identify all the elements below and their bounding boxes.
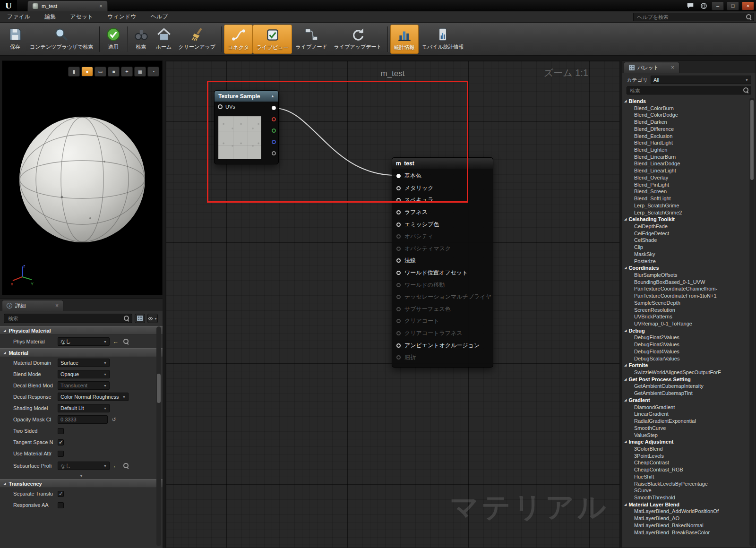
palette-list-item[interactable]: HueShift — [624, 473, 748, 480]
palette-list-item[interactable]: Clip — [624, 244, 748, 251]
section-translucency[interactable]: Translucency — [0, 479, 163, 488]
palette-list-item[interactable]: CheapContrast — [624, 459, 748, 466]
material-input-pin-row[interactable]: オパシティマスク — [392, 243, 493, 255]
palette-list-item[interactable]: Blend_Exclusion — [624, 133, 748, 140]
tab-palette[interactable]: パレット — [624, 62, 679, 73]
palette-list-item[interactable]: DebugFloat4Values — [624, 348, 748, 355]
texture-sample-node[interactable]: Texture Sample UVs — [214, 90, 279, 164]
material-input-pin[interactable] — [396, 234, 401, 239]
material-input-pin[interactable] — [396, 271, 401, 275]
palette-list-item[interactable]: Blend_LinearBurn — [624, 154, 748, 161]
material-input-pin-row[interactable]: ワールドの移動 — [392, 279, 493, 291]
palette-list-item[interactable]: RadialGradientExponential — [624, 418, 748, 425]
material-input-pin-row[interactable]: メタリック — [392, 182, 493, 195]
material-input-pin[interactable] — [396, 355, 401, 360]
reset-to-default-icon[interactable] — [110, 415, 118, 424]
material-result-node-header[interactable]: m_test — [392, 158, 493, 169]
shading-model-dropdown[interactable]: Default Lit — [58, 404, 110, 412]
palette-scrollbar[interactable] — [749, 98, 755, 547]
material-input-pin-row[interactable]: アンビエントオクルージョン — [392, 339, 493, 351]
minimize-button[interactable] — [712, 1, 724, 10]
palette-list-item[interactable]: UVBrickPatterns — [624, 313, 748, 320]
material-input-pin-row[interactable]: クリアコートラフネス — [392, 327, 493, 340]
toolbar-button-connectors[interactable]: コネクタ — [224, 25, 253, 54]
menu-window[interactable]: ウィンドウ — [100, 11, 143, 23]
palette-list-item[interactable]: DebugScalarValues — [624, 355, 748, 362]
viewport-toolbar-button[interactable]: ▮ — [68, 67, 80, 77]
palette-scrollbar-thumb[interactable] — [750, 99, 754, 180]
palette-list-item[interactable]: Blend_Overlay — [624, 174, 748, 181]
section-physical-material[interactable]: Physical Material — [0, 326, 163, 335]
palette-list-item[interactable]: RaiseBlackLevelsByPercentage — [624, 480, 748, 488]
details-scrollbar[interactable] — [156, 326, 161, 546]
viewport-toolbar-button[interactable]: ◔ — [147, 67, 159, 77]
palette-list-item[interactable]: Material Layer Blend — [624, 501, 748, 508]
texture-sample-node-header[interactable]: Texture Sample — [215, 91, 278, 102]
material-input-pin[interactable] — [396, 319, 401, 323]
palette-list-item[interactable]: SampleSceneDepth — [624, 300, 748, 307]
tab-close-icon[interactable] — [99, 3, 103, 9]
palette-list-item[interactable]: Blend_LinearDodge — [624, 160, 748, 167]
palette-list-item[interactable]: PanTextureCoordinateFrom-1toN+1 — [624, 292, 748, 300]
phys-material-dropdown[interactable]: なし — [58, 337, 110, 346]
palette-list-item[interactable]: 3ColorBlend — [624, 445, 748, 453]
palette-list-item[interactable]: Coordinates — [624, 265, 748, 272]
separate-translucency-checkbox[interactable] — [58, 491, 64, 497]
material-input-pin[interactable] — [396, 343, 401, 348]
material-input-pin-row[interactable]: オパシティ — [392, 231, 493, 243]
palette-list-item[interactable]: Blend_SoftLight — [624, 195, 748, 202]
material-input-pin-row[interactable]: ワールド位置オフセット — [392, 267, 493, 279]
palette-list-item[interactable]: MatLayerBlend_BreakBaseColor — [624, 529, 748, 536]
palette-list-item[interactable]: Blends — [624, 98, 748, 105]
preview-viewport[interactable]: ▮ ● ▭ ■ ✦ ▦ ◔ z Y x — [2, 60, 163, 295]
palette-list-item[interactable]: MaskSky — [624, 251, 748, 258]
palette-list-item[interactable]: LinearGradient — [624, 411, 748, 418]
palette-list-item[interactable]: MatLayerBlend_BakedNormal — [624, 522, 748, 529]
material-input-pin[interactable] — [396, 295, 401, 299]
material-input-pin-row[interactable]: スペキュラ — [392, 194, 493, 206]
advanced-expander[interactable] — [0, 472, 163, 479]
toolbar-button-home[interactable]: ホーム — [153, 25, 175, 54]
feedback-icon[interactable] — [685, 1, 696, 10]
use-material-attributes-checkbox[interactable] — [58, 451, 64, 457]
viewport-toolbar-button[interactable]: ■ — [108, 67, 120, 77]
palette-list-item[interactable]: DiamondGradient — [624, 404, 748, 411]
material-input-pin-row[interactable]: 屈折 — [392, 351, 493, 364]
palette-list-item[interactable]: MatLayerBlend_AO — [624, 515, 748, 522]
palette-list-item[interactable]: SmoothThreshold — [624, 494, 748, 501]
material-input-pin[interactable] — [396, 186, 401, 190]
tangent-space-normal-checkbox[interactable] — [58, 439, 64, 445]
maximize-button[interactable] — [727, 1, 739, 10]
details-search-input[interactable] — [4, 314, 132, 323]
blend-mode-dropdown[interactable]: Opaque — [58, 370, 110, 378]
category-dropdown[interactable]: All — [651, 76, 751, 84]
toolbar-button-search[interactable]: 検索 — [130, 25, 153, 54]
material-input-pin[interactable] — [396, 331, 401, 335]
palette-list-item[interactable]: Fortnite — [624, 362, 748, 369]
palette-list-item[interactable]: Lerp_ScratchGrime — [624, 202, 748, 209]
palette-list-item[interactable]: Celshading Toolkit — [624, 216, 748, 223]
details-tab-close-icon[interactable] — [55, 303, 59, 308]
material-input-pin[interactable] — [396, 198, 401, 202]
palette-tab-close-icon[interactable] — [671, 65, 674, 70]
palette-list-item[interactable]: Image Adjustment — [624, 438, 748, 445]
toolbar-button-find-in-content-browser[interactable]: コンテンツブラウザで検索 — [26, 25, 97, 54]
toolbar-button-stats[interactable]: 統計情報 — [390, 25, 419, 54]
browse-asset-icon[interactable] — [122, 462, 130, 470]
material-input-pin-row[interactable]: ラフネス — [392, 206, 493, 219]
palette-list-item[interactable]: Blend_Difference — [624, 126, 748, 133]
palette-list-item[interactable]: CheapContrast_RGB — [624, 466, 748, 473]
material-input-pin[interactable] — [396, 174, 401, 178]
toolbar-button-mobile-stats[interactable]: モバイル統計情報 — [419, 25, 467, 54]
material-input-pin[interactable] — [396, 307, 401, 311]
material-input-pin[interactable] — [396, 210, 401, 214]
use-selected-asset-icon[interactable] — [112, 337, 120, 346]
material-graph-canvas[interactable]: m_test ズーム 1:1 マテリアル Texture Sample UVs — [165, 60, 620, 548]
palette-list-item[interactable]: GetAmbientCubemapTint — [624, 390, 748, 397]
collapse-node-icon[interactable] — [271, 94, 275, 98]
palette-list-item[interactable]: SCurve — [624, 487, 748, 494]
viewport-toolbar-button[interactable]: ▭ — [94, 67, 106, 77]
texture-sample-output-pin[interactable] — [272, 151, 276, 155]
texture-sample-output-pin[interactable] — [272, 140, 276, 144]
web-icon[interactable] — [698, 1, 709, 10]
